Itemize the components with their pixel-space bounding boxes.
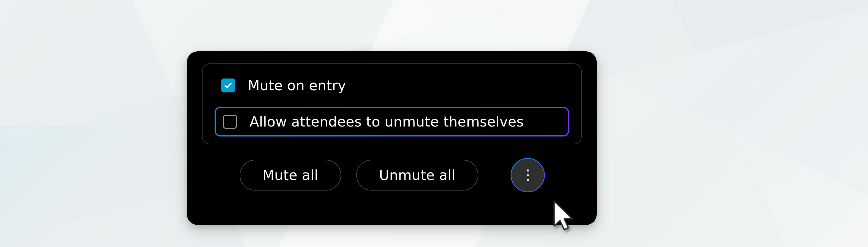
option-allow-unmute[interactable]: Allow attendees to unmute themselves [215,107,569,136]
allow-unmute-checkbox[interactable] [223,115,237,129]
option-mute-on-entry[interactable]: Mute on entry [215,73,569,99]
allow-unmute-label: Allow attendees to unmute themselves [250,113,524,130]
audio-options-panel: Mute on entry Allow attendees to unmute … [202,63,582,144]
vertical-ellipsis-icon [527,169,529,181]
audio-controls-popup: Mute on entry Allow attendees to unmute … [187,51,597,225]
check-icon [224,81,233,90]
unmute-all-button[interactable]: Unmute all [356,160,478,191]
mute-on-entry-label: Mute on entry [248,77,346,93]
mute-on-entry-checkbox[interactable] [221,79,235,92]
more-options-button[interactable] [512,159,544,191]
audio-button-row: Mute all Unmute all [202,159,582,191]
mute-all-button[interactable]: Mute all [240,160,341,191]
